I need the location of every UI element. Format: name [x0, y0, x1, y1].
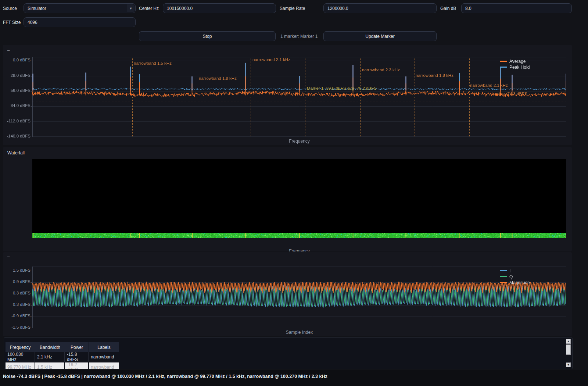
iq-ytick: -0.9 dBFS — [0, 314, 31, 318]
update-marker-button[interactable]: Update Marker — [323, 31, 437, 41]
gain-label: Gain dB — [440, 3, 456, 13]
marker-status-text: 1 marker: Marker 1 — [280, 31, 318, 41]
spectrum-ytick: 0.0 dBFS — [0, 58, 31, 62]
chevron-down-icon[interactable]: ▼ — [127, 4, 135, 12]
sample-rate-input[interactable]: 1200000.0 — [323, 3, 437, 13]
spectrum-tickmark — [31, 91, 32, 92]
waterfall-title: Waterfall — [7, 150, 25, 156]
spectrum-tickmark — [31, 137, 32, 137]
scroll-up-button[interactable]: ▲ — [566, 339, 571, 344]
update-marker-button-label: Update Marker — [365, 34, 394, 39]
iq-collapse-handle[interactable]: – — [6, 254, 11, 260]
fft-size-label: FFT Size — [3, 17, 21, 27]
spectrum-tickmark — [31, 61, 32, 61]
center-hz-label: Center Hz — [139, 3, 159, 13]
waterfall-display[interactable] — [32, 159, 566, 238]
spectrum-tickmark — [31, 122, 32, 122]
waterfall-noise-band — [32, 233, 566, 238]
table-cell: -15.8 dBFS — [65, 352, 89, 362]
iq-plot-canvas[interactable] — [32, 267, 566, 328]
table-cell: -19.2 dBFS — [65, 362, 89, 369]
table-cell: 99.770 MHz — [6, 362, 35, 369]
scroll-down-button[interactable]: ▼ — [566, 362, 571, 367]
table-header-row: FrequencyBandwidthPowerLabels — [6, 342, 119, 352]
spectrum-plot-canvas[interactable] — [32, 57, 566, 137]
spectrum-ytick: -28.0 dBFS — [0, 73, 31, 78]
status-bar: Noise -74.3 dBFS | Peak -15.8 dBFS | nar… — [0, 370, 588, 386]
iq-ytick: 0.9 dBFS — [0, 279, 31, 284]
spectrum-ytick: -84.0 dBFS — [0, 103, 31, 108]
table-row[interactable]: 99.770 MHz1.5 kHz-19.2 dBFSnarrowband — [6, 362, 119, 369]
stop-button[interactable]: Stop — [139, 31, 276, 41]
iq-tickmark — [31, 271, 32, 271]
spectrum-ytick: -112.0 dBFS — [0, 119, 31, 123]
gain-value: 8.0 — [465, 6, 472, 11]
waterfall-panel: Waterfall Frequency — [3, 147, 572, 251]
signals-table-panel: FrequencyBandwidthPowerLabels100.030 MHz… — [4, 337, 573, 369]
spectrum-x-axis-label: Frequency — [32, 139, 566, 144]
sample-rate-label: Sample Rate — [280, 3, 305, 13]
center-hz-input[interactable]: 100150000.0 — [163, 3, 276, 13]
table-header-cell[interactable]: Power — [65, 342, 89, 352]
signals-table: FrequencyBandwidthPowerLabels100.030 MHz… — [6, 342, 119, 369]
iq-tickmark — [31, 305, 32, 305]
spectrum-ytick: -140.0 dBFS — [0, 134, 31, 138]
iq-tickmark — [31, 328, 32, 328]
source-select[interactable]: Simulator ▼ — [24, 3, 136, 13]
sdr-console-window: Source Simulator ▼ Center Hz 100150000.0… — [0, 0, 588, 386]
table-header-cell[interactable]: Labels — [89, 342, 119, 352]
spectrum-tickmark — [31, 76, 32, 76]
source-select-value: Simulator — [28, 6, 46, 11]
spectrum-ytick: -56.0 dBFS — [0, 88, 31, 93]
fft-size-value: 4096 — [28, 20, 37, 25]
table-cell: narrowband — [89, 352, 119, 362]
spectrum-tickmark — [31, 106, 32, 107]
iq-ytick: -0.3 dBFS — [0, 302, 31, 307]
iq-ytick: 0.3 dBFS — [0, 291, 31, 295]
iq-ytick: 1.5 dBFS — [0, 268, 31, 272]
spectrum-collapse-handle[interactable]: – — [6, 48, 11, 53]
table-header-cell[interactable]: Frequency — [6, 342, 35, 352]
table-cell: 1.5 kHz — [35, 362, 65, 369]
waterfall-x-axis-label: Frequency — [32, 249, 566, 251]
fft-size-input[interactable]: 4096 — [24, 17, 136, 27]
source-label: Source — [3, 3, 17, 13]
table-cell: 100.030 MHz — [6, 352, 35, 362]
iq-tickmark — [31, 317, 32, 317]
stop-button-label: Stop — [203, 34, 212, 39]
status-text: Noise -74.3 dBFS | Peak -15.8 dBFS | nar… — [3, 374, 327, 379]
iq-x-axis-label: Sample Index — [32, 330, 566, 335]
iq-tickmark — [31, 282, 32, 283]
table-cell: narrowband — [89, 362, 119, 369]
iq-ytick: -1.5 dBFS — [0, 325, 31, 329]
gain-input[interactable]: 8.0 — [461, 3, 572, 13]
center-hz-value: 100150000.0 — [167, 6, 193, 11]
table-row[interactable]: 100.030 MHz2.1 kHz-15.8 dBFSnarrowband — [6, 352, 119, 362]
table-cell: 2.1 kHz — [35, 352, 65, 362]
table-header-cell[interactable]: Bandwidth — [35, 342, 65, 352]
scrollbar-thumb[interactable] — [566, 344, 571, 355]
iq-tickmark — [31, 294, 32, 294]
sample-rate-value: 1200000.0 — [327, 6, 348, 11]
